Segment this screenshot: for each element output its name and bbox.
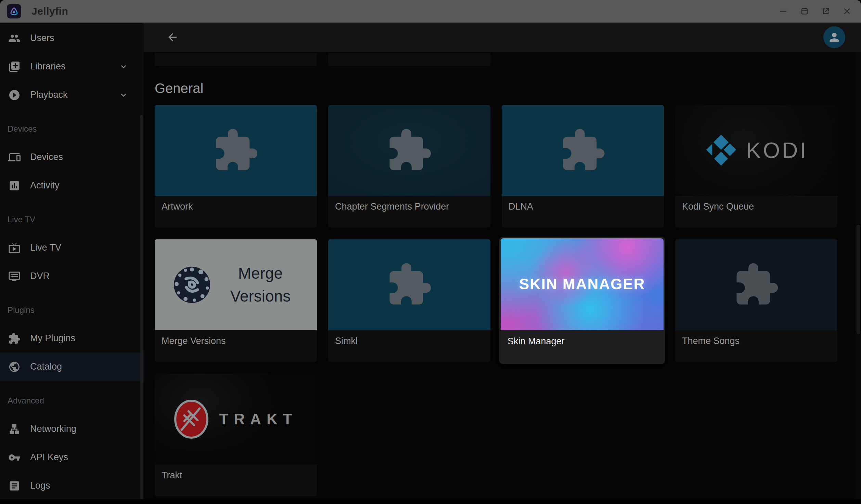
plugin-card-title: DLNA bbox=[502, 196, 664, 227]
person-icon bbox=[827, 30, 841, 44]
sidebar-item-label: Users bbox=[30, 33, 54, 43]
library-add-icon bbox=[8, 61, 21, 73]
trakt-wordmark: TRAKT bbox=[219, 411, 297, 428]
activity-chart-icon bbox=[8, 180, 21, 192]
chevron-down-icon[interactable] bbox=[118, 62, 129, 72]
plugin-thumbnail bbox=[675, 239, 837, 330]
partial-card[interactable] bbox=[328, 53, 490, 66]
plugin-card-title: Skin Manager bbox=[501, 330, 665, 361]
jellyfin-window: Jellyfin Users bbox=[0, 0, 861, 504]
popout-button[interactable] bbox=[821, 7, 830, 16]
globe-icon bbox=[8, 361, 21, 373]
sidebar-item-label: Libraries bbox=[30, 61, 66, 72]
minimize-icon bbox=[779, 7, 787, 15]
close-button[interactable] bbox=[843, 7, 851, 16]
restore-button[interactable] bbox=[800, 7, 809, 16]
sidebar-item-catalog[interactable]: Catalog bbox=[0, 353, 144, 381]
puzzle-icon bbox=[733, 261, 780, 308]
sidebar-item-label: Catalog bbox=[30, 361, 62, 372]
plugin-catalog-content: General Artwork Chapter Segments Provide… bbox=[144, 52, 856, 499]
plugin-thumbnail: TRAKT bbox=[155, 374, 317, 465]
sidebar-item-networking[interactable]: Networking bbox=[0, 415, 144, 443]
plugin-card-skin-manager[interactable]: SKIN MANAGER Skin Manager bbox=[499, 237, 665, 364]
sidebar-item-my-plugins[interactable]: My Plugins bbox=[0, 324, 144, 353]
plugin-thumbnail: SKIN MANAGER bbox=[501, 238, 664, 330]
sidebar-item-devices[interactable]: Devices bbox=[0, 143, 144, 171]
plugin-card-title: Simkl bbox=[328, 330, 490, 362]
sidebar-item-dvr[interactable]: DVR bbox=[0, 262, 144, 290]
plugin-card-title: Theme Songs bbox=[675, 330, 837, 362]
plugin-thumbnail bbox=[328, 239, 490, 330]
sidebar-item-logs[interactable]: Logs bbox=[0, 472, 144, 499]
window-restore-icon bbox=[800, 7, 809, 15]
sidebar-item-label: API Keys bbox=[30, 452, 68, 463]
puzzle-icon bbox=[212, 127, 259, 174]
puzzle-icon bbox=[559, 127, 606, 174]
back-button[interactable] bbox=[166, 30, 179, 44]
sidebar: Users Libraries Playback Devices Devices… bbox=[0, 23, 144, 499]
key-icon bbox=[8, 451, 21, 464]
sidebar-item-playback[interactable]: Playback bbox=[0, 81, 144, 109]
plugin-card-artwork[interactable]: Artwork bbox=[155, 105, 317, 227]
plugin-card-kodi-sync-queue[interactable]: KODI Kodi Sync Queue bbox=[675, 105, 837, 227]
chevron-down-icon[interactable] bbox=[118, 90, 129, 100]
plugin-card-dlna[interactable]: DLNA bbox=[502, 105, 664, 227]
plugin-card-title: Chapter Segments Provider bbox=[328, 196, 490, 227]
merge-versions-wordmark: Merge Versions bbox=[221, 262, 300, 307]
dvr-icon bbox=[8, 270, 21, 282]
plugin-card-trakt[interactable]: TRAKT Trakt bbox=[155, 374, 317, 496]
plugin-thumbnail bbox=[502, 105, 664, 196]
jellyfin-logo-icon bbox=[9, 6, 19, 16]
category-heading: General bbox=[155, 81, 203, 96]
sidebar-section-plugins: Plugins bbox=[0, 296, 144, 324]
window-title: Jellyfin bbox=[31, 5, 68, 17]
partial-card[interactable] bbox=[155, 53, 317, 66]
plugin-card-title: Merge Versions bbox=[155, 330, 317, 362]
sidebar-item-label: Devices bbox=[30, 152, 63, 162]
kodi-wordmark: KODI bbox=[746, 138, 808, 163]
plugin-card-title: Kodi Sync Queue bbox=[675, 196, 837, 227]
merge-versions-logo-icon bbox=[172, 265, 212, 305]
sidebar-item-activity[interactable]: Activity bbox=[0, 171, 144, 200]
jellyfin-app-icon bbox=[7, 4, 21, 18]
appbar bbox=[144, 23, 861, 52]
page-scrollbar-track[interactable] bbox=[856, 52, 861, 499]
skin-manager-wordmark: SKIN MANAGER bbox=[519, 276, 645, 293]
sidebar-scrollbar[interactable] bbox=[140, 115, 143, 499]
devices-icon bbox=[8, 151, 21, 163]
sidebar-item-api-keys[interactable]: API Keys bbox=[0, 443, 144, 472]
plugin-card-theme-songs[interactable]: Theme Songs bbox=[675, 239, 837, 362]
trakt-logo-icon bbox=[174, 399, 209, 439]
sidebar-item-users[interactable]: Users bbox=[0, 24, 144, 52]
puzzle-icon bbox=[386, 127, 433, 174]
logs-icon bbox=[8, 480, 21, 492]
sidebar-item-label: DVR bbox=[30, 271, 50, 281]
plugin-card-simkl[interactable]: Simkl bbox=[328, 239, 490, 362]
play-circle-icon bbox=[8, 89, 21, 101]
sidebar-item-label: Activity bbox=[30, 180, 60, 191]
puzzle-icon bbox=[8, 332, 21, 345]
plugin-card-title: Trakt bbox=[155, 465, 317, 496]
sidebar-item-label: Networking bbox=[30, 424, 76, 434]
plugin-card-chapter-segments[interactable]: Chapter Segments Provider bbox=[328, 105, 490, 227]
sidebar-item-label: My Plugins bbox=[30, 333, 75, 344]
sidebar-item-live-tv[interactable]: Live TV bbox=[0, 234, 144, 262]
close-icon bbox=[843, 7, 851, 15]
sidebar-item-label: Playback bbox=[30, 90, 68, 100]
plugin-thumbnail: KODI bbox=[675, 105, 837, 196]
plugin-card-merge-versions[interactable]: Merge Versions Merge Versions bbox=[155, 239, 317, 362]
window-controls bbox=[779, 7, 851, 16]
sidebar-section-live-tv: Live TV bbox=[0, 205, 144, 234]
arrow-left-icon bbox=[166, 31, 179, 43]
open-in-new-icon bbox=[822, 7, 830, 15]
user-avatar-button[interactable] bbox=[823, 26, 845, 48]
plugin-thumbnail bbox=[155, 105, 317, 196]
window-bottom-edge bbox=[0, 499, 861, 504]
page-scrollbar-thumb[interactable] bbox=[857, 225, 860, 334]
minimize-button[interactable] bbox=[779, 7, 788, 16]
live-tv-icon bbox=[8, 242, 21, 254]
kodi-logo-icon bbox=[705, 134, 737, 167]
puzzle-icon bbox=[386, 261, 433, 308]
sidebar-item-libraries[interactable]: Libraries bbox=[0, 52, 144, 81]
sidebar-section-devices: Devices bbox=[0, 115, 144, 143]
